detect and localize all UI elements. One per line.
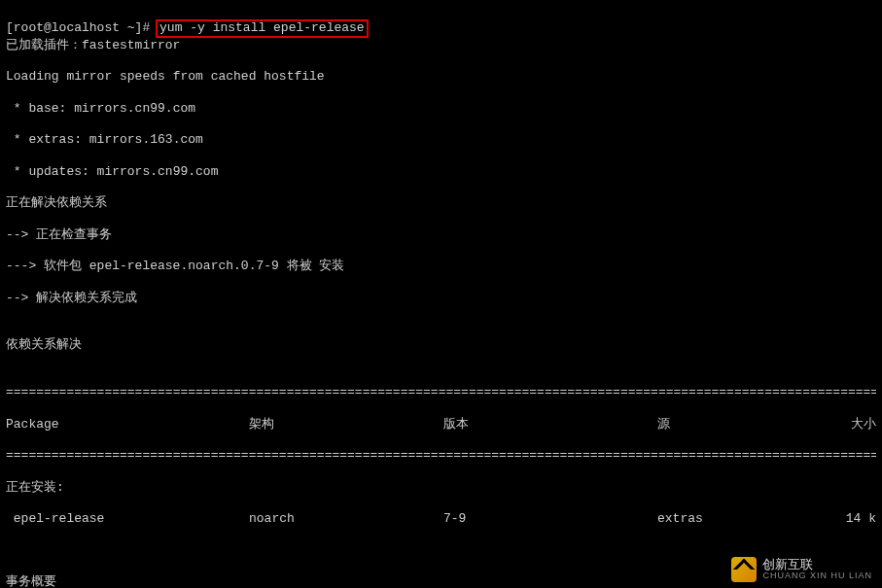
output-line: * base: mirrors.cn99.com — [6, 101, 876, 117]
section-summary: 事务概要 — [6, 574, 876, 588]
output-line: --> 解决依赖关系完成 — [6, 291, 876, 306]
col-package: Package — [6, 417, 249, 432]
output-line: 依赖关系解决 — [6, 337, 876, 353]
col-version: 版本 — [443, 417, 657, 432]
table-header: Package架构版本源大小 — [6, 417, 876, 432]
shell-prompt: [root@localhost ~]# — [6, 20, 158, 35]
col-size: 大小 — [818, 417, 876, 432]
output-line: --> 正在检查事务 — [6, 227, 876, 243]
output-line: * updates: mirrors.cn99.com — [6, 164, 876, 180]
command-highlight: yum -y install epel-release — [156, 19, 369, 37]
divider: ========================================… — [6, 385, 876, 400]
table-row: epel-releasenoarch7-9extras14 k — [6, 511, 876, 527]
output-line: Loading mirror speeds from cached hostfi… — [6, 69, 876, 85]
col-repo: 源 — [657, 417, 818, 432]
blank-line — [6, 543, 876, 559]
section-installing: 正在安装: — [6, 480, 876, 496]
col-arch: 架构 — [249, 417, 443, 432]
terminal-output[interactable]: [root@localhost ~]# yum -y install epel-… — [0, 0, 882, 588]
divider: ========================================… — [6, 448, 876, 464]
output-line: * extras: mirrors.163.com — [6, 132, 876, 148]
output-line: 已加载插件：fastestmirror — [6, 38, 876, 53]
output-line: ---> 软件包 epel-release.noarch.0.7-9 将被 安装 — [6, 259, 876, 274]
output-line: 正在解决依赖关系 — [6, 195, 876, 211]
